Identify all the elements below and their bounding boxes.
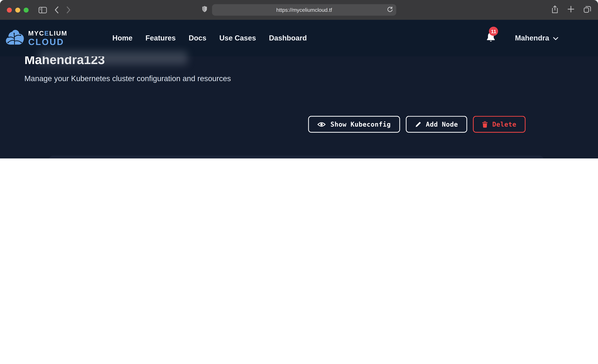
url-text: https://myceliumcloud.tf <box>276 7 332 13</box>
nav-link-docs[interactable]: Docs <box>189 34 207 42</box>
chevron-down-icon <box>553 34 558 42</box>
back-icon[interactable] <box>55 7 59 13</box>
forward-icon[interactable] <box>66 7 71 13</box>
tabs-overview-icon[interactable] <box>584 6 591 14</box>
minimize-window-button[interactable] <box>15 8 20 12</box>
cluster-actions: Show Kubeconfig Add Node Delete <box>25 116 525 133</box>
share-icon[interactable] <box>552 5 558 15</box>
eye-icon <box>317 121 326 128</box>
page-subtitle: Manage your Kubernetes cluster configura… <box>25 74 598 83</box>
add-node-button[interactable]: Add Node <box>406 116 467 133</box>
user-menu[interactable]: Mahendra <box>515 34 558 42</box>
traffic-lights <box>7 8 29 12</box>
trash-icon <box>482 121 488 128</box>
brand-name-line1: MYCELIUM <box>28 30 67 36</box>
notification-count-badge: 11 <box>489 27 498 36</box>
cluster-info-card: Project Name Mahendra123 Created 10/29/2… <box>49 156 544 158</box>
delete-cluster-button[interactable]: Delete <box>473 116 526 133</box>
site-navbar: MYCELIUM CLOUD Home Features Docs Use Ca… <box>0 20 598 56</box>
nav-link-home[interactable]: Home <box>112 34 133 42</box>
shield-icon[interactable] <box>202 6 208 14</box>
nav-link-use-cases[interactable]: Use Cases <box>219 34 256 42</box>
nav-link-dashboard[interactable]: Dashboard <box>269 34 307 42</box>
reload-icon[interactable] <box>387 7 393 14</box>
cluster-detail-page: Mahendra123 Manage your Kubernetes clust… <box>0 52 598 158</box>
close-window-button[interactable] <box>7 8 12 12</box>
brand-cloud-logo <box>5 29 25 47</box>
new-tab-icon[interactable] <box>567 6 574 14</box>
browser-window: https://myceliumcloud.tf <box>0 0 598 158</box>
nav-link-features[interactable]: Features <box>146 34 176 42</box>
nav-links: Home Features Docs Use Cases Dashboard <box>112 34 307 42</box>
user-name: Mahendra <box>515 34 549 42</box>
show-kubeconfig-button[interactable]: Show Kubeconfig <box>308 116 400 133</box>
pencil-icon <box>415 121 421 128</box>
browser-chrome: https://myceliumcloud.tf <box>0 0 598 20</box>
bell-icon <box>486 37 496 44</box>
zoom-window-button[interactable] <box>24 8 29 12</box>
sidebar-icon[interactable] <box>39 7 47 13</box>
brand-name-line2: CLOUD <box>28 38 67 46</box>
notifications-button[interactable]: 11 <box>486 32 496 44</box>
brand-logo[interactable]: MYCELIUM CLOUD <box>5 29 67 47</box>
address-bar[interactable]: https://myceliumcloud.tf <box>212 4 396 16</box>
